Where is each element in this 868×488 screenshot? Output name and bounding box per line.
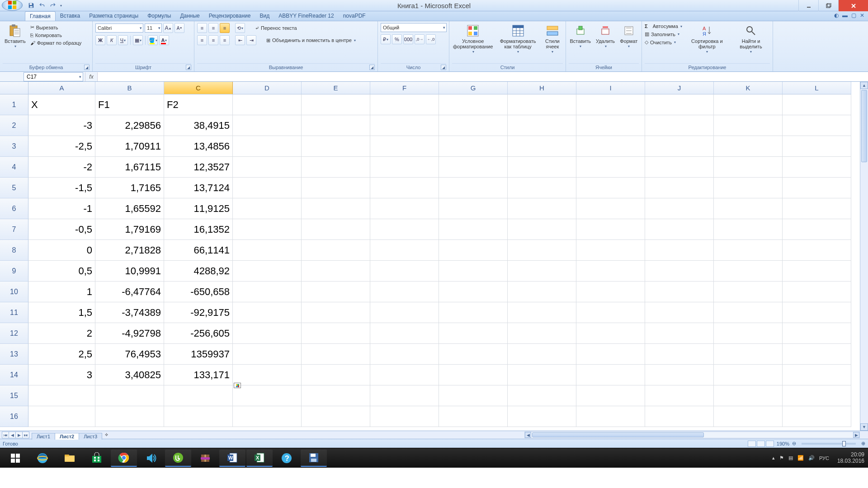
- font-dialog-launcher[interactable]: ◢: [186, 65, 191, 70]
- cell-B13[interactable]: 76,4953: [95, 344, 164, 365]
- cell-G15[interactable]: [439, 385, 508, 406]
- cell-G5[interactable]: [439, 178, 508, 198]
- tray-volume-icon[interactable]: 🔊: [808, 455, 815, 461]
- cell-D2[interactable]: [233, 115, 302, 136]
- cell-I4[interactable]: [576, 157, 645, 178]
- cell-E6[interactable]: [302, 198, 370, 219]
- tray-network-icon[interactable]: 📶: [797, 455, 804, 461]
- cell-H1[interactable]: [508, 94, 576, 115]
- tray-up-icon[interactable]: ▴: [772, 455, 775, 461]
- select-all-button[interactable]: [0, 82, 28, 94]
- cell-F2[interactable]: [370, 115, 439, 136]
- cell-I16[interactable]: [576, 406, 645, 427]
- format-as-table-button[interactable]: Форматировать как таблицу▾: [496, 23, 539, 55]
- cell-F11[interactable]: [370, 302, 439, 323]
- cell-C6[interactable]: 11,9125: [164, 198, 233, 219]
- vertical-scrollbar[interactable]: ▲ ▼: [860, 82, 868, 431]
- cell-K13[interactable]: [714, 344, 783, 365]
- row-header[interactable]: 11: [0, 302, 28, 323]
- font-color-button[interactable]: A▾: [159, 35, 169, 45]
- cell-E7[interactable]: [302, 219, 370, 240]
- column-header-E[interactable]: E: [302, 82, 370, 94]
- cell-L4[interactable]: [783, 157, 851, 178]
- cell-D15[interactable]: [233, 385, 302, 406]
- cell-I6[interactable]: [576, 198, 645, 219]
- cell-L16[interactable]: [783, 406, 851, 427]
- cell-H2[interactable]: [508, 115, 576, 136]
- fx-icon[interactable]: fx: [85, 72, 98, 81]
- cell-L11[interactable]: [783, 302, 851, 323]
- cell-L10[interactable]: [783, 282, 851, 302]
- cell-J3[interactable]: [645, 136, 714, 157]
- clear-button[interactable]: ◇Очистить▾: [645, 39, 682, 46]
- taskbar-explorer[interactable]: [57, 450, 83, 467]
- cell-H14[interactable]: [508, 365, 576, 385]
- cell-C4[interactable]: 12,3527: [164, 157, 233, 178]
- accounting-format-button[interactable]: ₽▾: [381, 34, 391, 44]
- cell-E11[interactable]: [302, 302, 370, 323]
- cell-A4[interactable]: -2: [28, 157, 95, 178]
- cell-E14[interactable]: [302, 365, 370, 385]
- cell-E5[interactable]: [302, 178, 370, 198]
- taskbar-utorrent[interactable]: [165, 450, 191, 467]
- minimize-ribbon-icon[interactable]: ▬: [842, 12, 848, 19]
- grow-font-button[interactable]: A▲: [163, 23, 173, 33]
- cell-H4[interactable]: [508, 157, 576, 178]
- cell-H12[interactable]: [508, 323, 576, 344]
- cell-I11[interactable]: [576, 302, 645, 323]
- tab-главная[interactable]: Главная: [25, 11, 56, 21]
- row-header[interactable]: 6: [0, 198, 28, 219]
- row-header[interactable]: 2: [0, 115, 28, 136]
- cell-B3[interactable]: 1,70911: [95, 136, 164, 157]
- name-box[interactable]: C17: [24, 72, 83, 81]
- align-center-button[interactable]: ≡: [208, 35, 218, 45]
- cell-E8[interactable]: [302, 240, 370, 261]
- cell-B15[interactable]: [95, 385, 164, 406]
- cell-J11[interactable]: [645, 302, 714, 323]
- insert-cells-button[interactable]: Вставить▾: [569, 23, 592, 50]
- cell-styles-button[interactable]: Стили ячеек▾: [542, 23, 563, 55]
- row-header[interactable]: 13: [0, 344, 28, 365]
- cell-A11[interactable]: 1,5: [28, 302, 95, 323]
- cell-E9[interactable]: [302, 261, 370, 282]
- cell-E1[interactable]: [302, 94, 370, 115]
- cell-A1[interactable]: X: [28, 94, 95, 115]
- cell-I2[interactable]: [576, 115, 645, 136]
- taskbar-help[interactable]: ?: [274, 450, 300, 467]
- cell-J7[interactable]: [645, 219, 714, 240]
- cell-K12[interactable]: [714, 323, 783, 344]
- comma-format-button[interactable]: 000: [403, 34, 413, 44]
- cell-J12[interactable]: [645, 323, 714, 344]
- cell-L5[interactable]: [783, 178, 851, 198]
- cell-J4[interactable]: [645, 157, 714, 178]
- cell-C10[interactable]: -650,658: [164, 282, 233, 302]
- cell-C3[interactable]: 13,4856: [164, 136, 233, 157]
- cell-C14[interactable]: 133,171: [164, 365, 233, 385]
- cell-G14[interactable]: [439, 365, 508, 385]
- cell-F14[interactable]: [370, 365, 439, 385]
- column-header-D[interactable]: D: [233, 82, 302, 94]
- cell-C5[interactable]: 13,7124: [164, 178, 233, 198]
- column-header-L[interactable]: L: [783, 82, 851, 94]
- view-normal-button[interactable]: [748, 441, 756, 447]
- taskbar-word[interactable]: W: [219, 450, 245, 467]
- cell-A8[interactable]: 0: [28, 240, 95, 261]
- cell-K3[interactable]: [714, 136, 783, 157]
- tray-flag-icon[interactable]: ⚑: [779, 455, 784, 461]
- taskbar-store[interactable]: [84, 450, 110, 467]
- cell-F13[interactable]: [370, 344, 439, 365]
- cell-H11[interactable]: [508, 302, 576, 323]
- cell-B11[interactable]: -3,74389: [95, 302, 164, 323]
- scroll-up-arrow[interactable]: ▲: [860, 82, 868, 89]
- cell-H5[interactable]: [508, 178, 576, 198]
- cell-E13[interactable]: [302, 344, 370, 365]
- save-icon[interactable]: [27, 1, 35, 9]
- column-header-F[interactable]: F: [370, 82, 439, 94]
- orientation-button[interactable]: ⟲▾: [235, 23, 245, 33]
- zoom-out-button[interactable]: ⊖: [792, 441, 796, 446]
- sheet-nav-next[interactable]: ▶: [15, 432, 23, 438]
- cell-L6[interactable]: [783, 198, 851, 219]
- align-bottom-button[interactable]: ≡: [220, 23, 230, 33]
- cell-F3[interactable]: [370, 136, 439, 157]
- cell-K15[interactable]: [714, 385, 783, 406]
